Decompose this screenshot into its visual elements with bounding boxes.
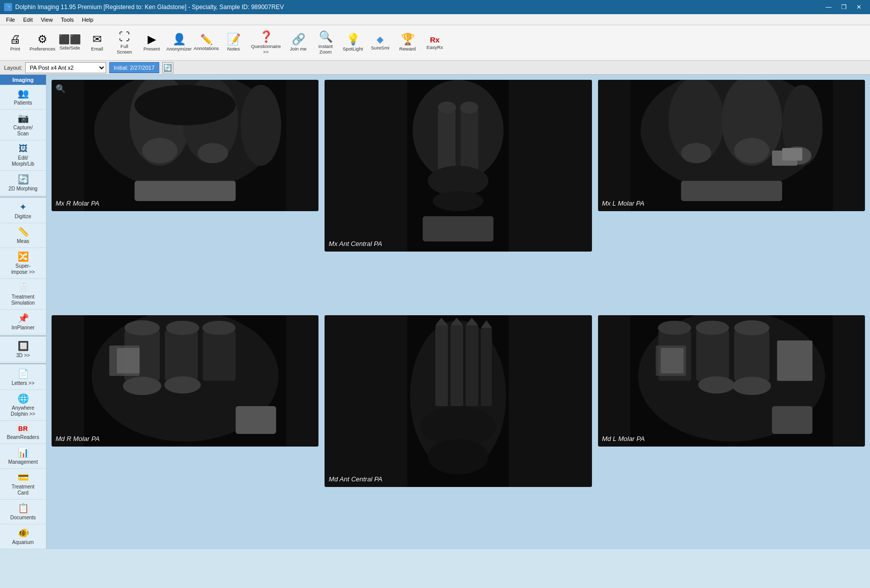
sidebar-item-edit-morph[interactable]: 🖼 Edit/Morph/Lib <box>0 140 46 171</box>
meas-label: Meas <box>17 238 29 244</box>
menu-tools[interactable]: Tools <box>57 16 78 24</box>
layout-label: Layout: <box>4 65 22 71</box>
svg-point-14 <box>438 102 456 114</box>
xray-md-ant-central[interactable]: Md Ant Central PA <box>325 315 591 487</box>
instant-zoom-button[interactable]: 🔍 Instant Zoom <box>312 28 339 58</box>
documents-icon: 📋 <box>18 503 29 514</box>
sidebar-item-beamreaders[interactable]: BR BeamReaders <box>0 421 46 444</box>
sidebar-item-implanner[interactable]: 📌 ImPlanner <box>0 310 46 334</box>
suresmi-button[interactable]: ◆ SureSmi <box>367 28 393 58</box>
sidebar-item-anywhere-dolphin[interactable]: 🌐 AnywhereDolphin >> <box>0 390 46 421</box>
xray-mx-l-molar[interactable]: Mx L Molar PA <box>598 80 865 211</box>
xray-mx-r-molar[interactable]: 🔍 Mx R Molar PA <box>52 80 318 211</box>
xray-md-l-molar[interactable]: Md L Molar PA <box>598 315 865 447</box>
superimpose-label: Super-impose >> <box>11 263 35 275</box>
sidebar-item-aquarium[interactable]: 🐠 Aquarium <box>0 524 46 549</box>
sidebar-item-treatment-sim[interactable]: 🦷 TreatmentSimulation <box>0 279 46 310</box>
documents-label: Documents <box>10 515 36 521</box>
xray-md-r-molar[interactable]: Md R Molar PA <box>52 315 318 447</box>
sidebar-header: Imaging <box>0 75 46 85</box>
treatment-card-icon: 💳 <box>18 472 29 483</box>
management-icon: 📊 <box>18 447 29 458</box>
spotlight-button[interactable]: 💡 SpotLight <box>340 28 366 58</box>
annotations-button[interactable]: ✏️ Annotations <box>193 28 219 58</box>
implanner-icon: 📌 <box>18 313 29 324</box>
annotations-label: Annotations <box>194 45 219 51</box>
present-icon: ▶ <box>148 34 156 45</box>
svg-rect-59 <box>734 330 769 381</box>
notes-icon: 📝 <box>227 34 241 45</box>
sidebar-item-treatment-card[interactable]: 💳 TreatmentCard <box>0 469 46 500</box>
annotations-icon: ✏️ <box>200 34 213 44</box>
svg-point-37 <box>202 321 236 335</box>
svg-point-15 <box>460 102 478 114</box>
xray-label-md-ant-central: Md Ant Central PA <box>329 475 382 483</box>
full-screen-button[interactable]: ⛶ Full Screen <box>111 28 138 58</box>
reward-button[interactable]: 🏆 Reward <box>394 28 421 58</box>
xray-svg-md-r-molar <box>52 315 318 447</box>
preferences-button[interactable]: ⚙ Preferences <box>29 28 56 58</box>
sidebar-item-documents[interactable]: 📋 Documents <box>0 500 46 524</box>
spotlight-icon: 💡 <box>346 34 360 45</box>
xray-label-md-r-molar: Md R Molar PA <box>56 435 100 443</box>
svg-rect-67 <box>777 340 812 381</box>
restore-button[interactable]: ❐ <box>837 2 851 12</box>
menu-file[interactable]: File <box>2 16 19 24</box>
present-label: Present <box>144 46 160 52</box>
questionnaire-label: Questionnaire >> <box>249 43 283 55</box>
print-button[interactable]: 🖨 Print <box>2 28 28 58</box>
close-button[interactable]: ✕ <box>852 2 866 12</box>
sidebar: Imaging 👥 Patients 📷 Capture/Scan 🖼 Edit… <box>0 75 47 549</box>
sync-icon: 🔄 <box>163 64 172 72</box>
anywhere-dolphin-icon: 🌐 <box>18 393 29 404</box>
svg-point-64 <box>732 377 771 395</box>
join-me-button[interactable]: 🔗 Join me <box>285 28 311 58</box>
side-side-icon: ⬛⬛ <box>59 35 81 44</box>
svg-point-38 <box>123 377 161 395</box>
capture-scan-icon: 📷 <box>18 113 29 124</box>
patients-icon: 👥 <box>18 88 29 99</box>
svg-rect-18 <box>423 216 493 241</box>
notes-label: Notes <box>227 46 240 52</box>
sidebar-item-capture-scan[interactable]: 📷 Capture/Scan <box>0 110 46 140</box>
sidebar-item-meas[interactable]: 📏 Meas <box>0 223 46 248</box>
sidebar-item-3d[interactable]: 🔲 3D >> <box>0 337 46 362</box>
menu-bar: File Edit View Tools Help <box>0 14 870 25</box>
side-side-button[interactable]: ⬛⬛ Side/Side <box>57 28 83 58</box>
svg-point-36 <box>166 321 199 335</box>
svg-rect-58 <box>696 330 729 381</box>
sidebar-item-2d-morphing[interactable]: 🔄 2D Morphing <box>0 171 46 195</box>
layout-select[interactable]: PA Post x4 Ant x2 Full Mouth Series Bite… <box>25 62 106 73</box>
easyrx-button[interactable]: Rx EasyRx <box>422 28 448 58</box>
email-button[interactable]: ✉ Email <box>84 28 110 58</box>
anonymizer-button[interactable]: 👤 Anonymizer <box>166 28 192 58</box>
xray-mx-ant-central[interactable]: Mx Ant Central PA <box>325 80 591 252</box>
menu-help[interactable]: Help <box>78 16 98 24</box>
xray-svg-mx-l-molar <box>598 80 865 211</box>
date-button[interactable]: Initial: 2/27/2017 <box>109 62 159 73</box>
easyrx-label: EasyRx <box>427 44 443 50</box>
preferences-icon: ⚙ <box>37 34 48 45</box>
sidebar-item-management[interactable]: 📊 Management <box>0 444 46 469</box>
implanner-label: ImPlanner <box>12 325 35 331</box>
content-area: Imaging 👥 Patients 📷 Capture/Scan 🖼 Edit… <box>0 75 870 549</box>
minimize-button[interactable]: — <box>821 2 836 12</box>
questionnaire-button[interactable]: ❓ Questionnaire >> <box>248 28 284 58</box>
sidebar-item-superimpose[interactable]: 🔀 Super-impose >> <box>0 248 46 279</box>
menu-view[interactable]: View <box>37 16 57 24</box>
notes-button[interactable]: 📝 Notes <box>220 28 247 58</box>
image-grid: 🔍 Mx R Molar PA Mx Ant Central PA <box>47 75 870 549</box>
beamreaders-icon: BR <box>16 424 30 433</box>
sidebar-item-digitize[interactable]: ✦ Digitize <box>0 199 46 223</box>
svg-point-62 <box>734 320 769 335</box>
2d-morphing-label: 2D Morphing <box>9 186 37 192</box>
svg-point-54 <box>428 439 488 474</box>
treatment-sim-label: TreatmentSimulation <box>11 294 35 306</box>
present-button[interactable]: ▶ Present <box>139 28 165 58</box>
sync-button[interactable]: 🔄 <box>162 62 173 73</box>
svg-point-24 <box>681 143 711 163</box>
join-me-label: Join me <box>290 46 306 52</box>
menu-edit[interactable]: Edit <box>19 16 37 24</box>
sidebar-item-patients[interactable]: 👥 Patients <box>0 85 46 110</box>
sidebar-item-letters[interactable]: 📄 Letters >> <box>0 365 46 390</box>
